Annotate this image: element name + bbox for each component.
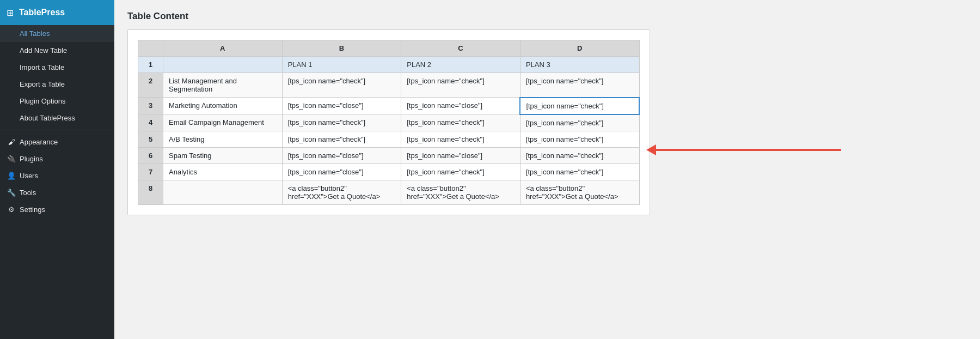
sidebar: ⊞ TablePress All Tables Add New Table Im… [0,0,114,339]
table-row: 2 List Management and Segmentation [tps_… [138,73,640,98]
table-row: 3 Marketing Automation [tps_icon name="c… [138,98,640,114]
sidebar-item-label: Plugin Options [20,97,66,105]
tools-icon: 🔧 [7,189,16,197]
row-num-7: 7 [138,164,163,180]
row-num-5: 5 [138,131,163,147]
sidebar-divider-1 [0,130,114,130]
cell-8-c[interactable]: <a class="button2" href="XXX">Get a Quot… [401,180,520,204]
arrow-line [656,149,841,151]
table-row: 5 A/B Testing [tps_icon name="check"] [t… [138,131,640,147]
cell-2-d[interactable]: [tps_icon name="check"] [520,73,639,98]
col-header-a: A [163,40,283,57]
plugins-icon: 🔌 [7,155,16,163]
sidebar-item-label: All Tables [20,29,50,38]
sidebar-item-label: Export a Table [20,80,65,88]
cell-3-c[interactable]: [tps_icon name="close"] [401,98,520,114]
cell-1-d[interactable]: PLAN 3 [520,57,639,73]
col-header-d: D [520,40,639,57]
sidebar-item-tools[interactable]: 🔧 Tools [0,184,114,201]
cell-7-b[interactable]: [tps_icon name="close"] [282,164,401,180]
cell-4-a[interactable]: Email Campaign Management [163,114,283,131]
cell-8-a[interactable] [163,180,283,204]
cell-7-d[interactable]: [tps_icon name="check"] [520,164,639,180]
table-row: 7 Analytics [tps_icon name="close"] [tps… [138,164,640,180]
cell-8-d[interactable]: <a class="button2" href="XXX">Get a Quot… [520,180,639,204]
cell-2-b[interactable]: [tps_icon name="check"] [282,73,401,98]
tablepress-wrapper: A B C D 1 PLAN 1 PLAN 2 PLAN 3 [138,40,640,205]
cell-5-a[interactable]: A/B Testing [163,131,283,147]
cell-3-b[interactable]: [tps_icon name="close"] [282,98,401,114]
sidebar-item-label: About TablePress [20,114,75,122]
row-num-3: 3 [138,98,163,114]
users-icon: 👤 [7,172,16,180]
row-num-1: 1 [138,57,163,73]
table-row: 6 Spam Testing [tps_icon name="close"] [… [138,147,640,164]
cell-1-b[interactable]: PLAN 1 [282,57,401,73]
row-num-2: 2 [138,73,163,98]
col-header-b: B [282,40,401,57]
section-title: Table Content [127,11,969,22]
sidebar-logo-text: TablePress [19,8,65,17]
sidebar-item-appearance[interactable]: 🖌 Appearance [0,134,114,150]
cell-3-a[interactable]: Marketing Automation [163,98,283,114]
sidebar-item-label: Settings [20,205,45,214]
table-container: A B C D 1 PLAN 1 PLAN 2 PLAN 3 [127,29,650,215]
sidebar-item-export-table[interactable]: Export a Table [0,76,114,93]
table-header-row: A B C D [138,40,640,57]
row-num-8: 8 [138,180,163,204]
cell-5-b[interactable]: [tps_icon name="check"] [282,131,401,147]
col-header-rownum [138,40,163,57]
cell-1-a[interactable] [163,57,283,73]
sidebar-header[interactable]: ⊞ TablePress [0,0,114,25]
sidebar-item-users[interactable]: 👤 Users [0,167,114,184]
cell-6-b[interactable]: [tps_icon name="close"] [282,147,401,164]
cell-5-c[interactable]: [tps_icon name="check"] [401,131,520,147]
table-row: 1 PLAN 1 PLAN 2 PLAN 3 [138,57,640,73]
sidebar-item-plugins[interactable]: 🔌 Plugins [0,150,114,167]
table-row: 4 Email Campaign Management [tps_icon na… [138,114,640,131]
cell-6-c[interactable]: [tps_icon name="close"] [401,147,520,164]
table-row: 8 <a class="button2" href="XXX">Get a Qu… [138,180,640,204]
tablepress-logo-icon: ⊞ [7,8,14,18]
sidebar-item-label: Tools [20,189,36,197]
cell-6-a[interactable]: Spam Testing [163,147,283,164]
cell-2-a[interactable]: List Management and Segmentation [163,73,283,98]
arrow-head [646,144,656,155]
tablepress-table: A B C D 1 PLAN 1 PLAN 2 PLAN 3 [138,40,640,205]
cell-4-c[interactable]: [tps_icon name="check"] [401,114,520,131]
sidebar-item-label: Add New Table [20,46,67,55]
cell-4-b[interactable]: [tps_icon name="check"] [282,114,401,131]
sidebar-item-import-table[interactable]: Import a Table [0,59,114,76]
cell-7-c[interactable]: [tps_icon name="check"] [401,164,520,180]
main-content: Table Content A B C D [114,0,980,339]
row-num-4: 4 [138,114,163,131]
col-header-c: C [401,40,520,57]
cell-2-c[interactable]: [tps_icon name="check"] [401,73,520,98]
sidebar-item-about-tablepress[interactable]: About TablePress [0,110,114,126]
row-num-6: 6 [138,147,163,164]
sidebar-item-label: Import a Table [20,63,64,71]
sidebar-item-label: Users [20,172,38,180]
sidebar-item-add-new-table[interactable]: Add New Table [0,42,114,59]
cell-1-c[interactable]: PLAN 2 [401,57,520,73]
cell-3-d-highlighted[interactable]: [tps_icon name="check"] [520,98,639,114]
sidebar-item-label: Plugins [20,155,43,163]
sidebar-item-plugin-options[interactable]: Plugin Options [0,93,114,110]
sidebar-nav: All Tables Add New Table Import a Table … [0,25,114,218]
cell-7-a[interactable]: Analytics [163,164,283,180]
settings-icon: ⚙ [7,205,16,214]
sidebar-item-all-tables[interactable]: All Tables [0,25,114,42]
sidebar-item-label: Appearance [20,138,58,146]
table-body: 1 PLAN 1 PLAN 2 PLAN 3 2 List Management… [138,57,640,205]
arrow-annotation [646,144,841,155]
cell-4-d[interactable]: [tps_icon name="check"] [520,114,639,131]
cell-6-d[interactable]: [tps_icon name="check"] [520,147,639,164]
sidebar-item-settings[interactable]: ⚙ Settings [0,201,114,218]
appearance-icon: 🖌 [7,138,16,146]
cell-5-d[interactable]: [tps_icon name="check"] [520,131,639,147]
cell-8-b[interactable]: <a class="button2" href="XXX">Get a Quot… [282,180,401,204]
